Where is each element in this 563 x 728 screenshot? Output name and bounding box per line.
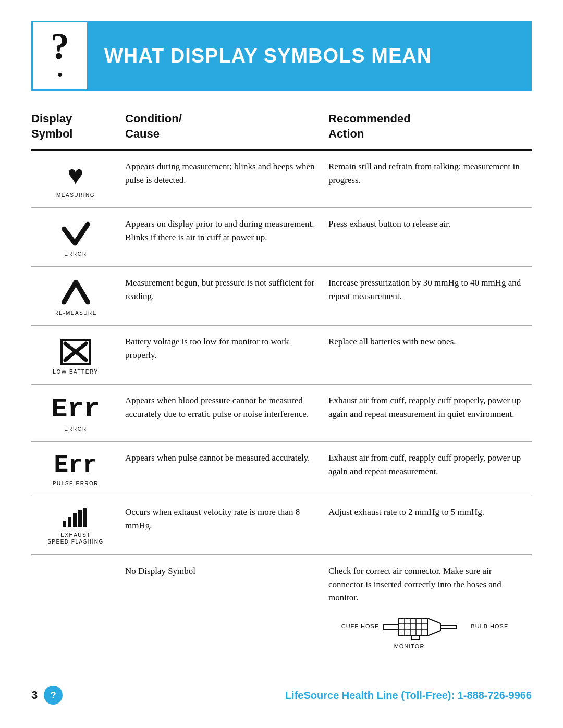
battery-icon (59, 337, 92, 366)
condition-exhaust: Occurs when exhaust velocity rate is mor… (125, 505, 328, 532)
svg-rect-15 (440, 625, 456, 628)
col-header-condition: Condition/ Cause (125, 112, 328, 141)
peak-icon (62, 278, 90, 307)
symbol-label-battery: LOW BATTERY (53, 369, 98, 375)
header-title-box: WHAT DISPLAY SYMBOLS MEAN (89, 21, 532, 91)
checkmark-icon (62, 219, 90, 248)
header-icon-box: ? • (31, 21, 89, 91)
footer-left: 3 ? (31, 686, 63, 705)
table-row: LOW BATTERY Battery voltage is too low f… (31, 326, 532, 385)
heart-icon: ♥ (68, 162, 84, 189)
svg-rect-3 (68, 517, 71, 527)
action-exhaust: Adjust exhaust rate to 2 mmHg to 5 mmHg. (328, 505, 532, 519)
symbol-label-remeasure: RE-MEASURE (54, 310, 97, 316)
svg-rect-4 (73, 513, 77, 527)
symbol-label-err1: ERROR (64, 426, 87, 432)
action-error1: Press exhaust button to release air. (328, 217, 532, 231)
svg-rect-16 (412, 636, 419, 640)
svg-rect-7 (383, 624, 399, 630)
condition-remeasure: Measurement begun, but pressure is not s… (125, 276, 328, 303)
table-row-no-symbol: No Display Symbol Check for correct air … (31, 555, 532, 660)
exhaust-icon (62, 508, 90, 528)
symbol-label-measuring: MEASURING (56, 192, 95, 198)
condition-error1: Appears on display prior to and during m… (125, 217, 328, 244)
action-measuring: Remain still and refrain from talking; m… (328, 160, 532, 187)
symbol-cell-measuring: ♥ MEASURING (31, 160, 125, 198)
bulb-hose-label: BULB HOSE (471, 622, 508, 631)
symbol-cell-err1: Err ERROR (31, 394, 125, 432)
action-err1: Exhaust air from cuff, reapply cuff prop… (328, 394, 532, 421)
condition-err2: Appears when pulse cannot be measured ac… (125, 451, 328, 465)
cuff-hose-label: CUFF HOSE (341, 622, 380, 631)
footer-phone-text: LifeSource Health Line (Toll-Free): 1-88… (285, 689, 532, 701)
symbol-cell-error: ERROR (31, 217, 125, 257)
symbol-cell-remeasure: RE-MEASURE (31, 276, 125, 316)
table-row: Err ERROR Appears when blood pressure ca… (31, 385, 532, 442)
table-row: RE-MEASURE Measurement begun, but pressu… (31, 267, 532, 326)
svg-rect-2 (63, 521, 66, 527)
page-footer: 3 ? LifeSource Health Line (Toll-Free): … (31, 681, 532, 705)
battery-x-svg (63, 341, 89, 363)
page-number: 3 (31, 688, 38, 702)
table-row: ERROR Appears on display prior to and du… (31, 208, 532, 267)
table-row: ♥ MEASURING Appears during measurement; … (31, 151, 532, 208)
action-remeasure: Increase pressurization by 30 mmHg to 40… (328, 276, 532, 303)
svg-rect-8 (399, 618, 427, 636)
battery-outer (60, 339, 91, 365)
symbol-cell-err2: Err PULSE ERROR (31, 451, 125, 486)
symbol-cell-battery: LOW BATTERY (31, 335, 125, 375)
symbol-cell-exhaust: EXHAUST SPEED FLASHING (31, 505, 125, 545)
action-no-symbol: Check for correct air connector. Make su… (328, 564, 532, 650)
column-headers: Display Symbol Condition/ Cause Recommen… (31, 106, 532, 151)
symbol-label-exhaust-line1: EXHAUST SPEED FLASHING (47, 532, 104, 545)
err-medium-icon: Err (54, 453, 97, 477)
hose-diagram: CUFF HOSE (328, 614, 521, 651)
condition-battery: Battery voltage is too low for monitor t… (125, 335, 328, 362)
symbol-cell-none (31, 564, 125, 566)
condition-no-symbol: No Display Symbol (125, 564, 328, 578)
table-row: EXHAUST SPEED FLASHING Occurs when exhau… (31, 496, 532, 555)
table-row: Err PULSE ERROR Appears when pulse canno… (31, 442, 532, 496)
exhaust-bars-svg (62, 508, 90, 528)
symbol-label-error1: ERROR (64, 251, 87, 257)
err-large-icon: Err (51, 396, 100, 423)
symbol-label-err2: PULSE ERROR (53, 480, 99, 486)
svg-rect-5 (78, 510, 82, 527)
svg-rect-6 (83, 508, 87, 527)
monitor-label: MONITOR (394, 642, 425, 651)
col-header-action: Recommended Action (328, 112, 532, 141)
action-err2: Exhaust air from cuff, reapply cuff prop… (328, 451, 532, 478)
header-dot-icon: • (57, 66, 63, 84)
header-question-mark-icon: ? (51, 28, 69, 65)
hose-connector-svg (383, 614, 467, 640)
page-title: WHAT DISPLAY SYMBOLS MEAN (104, 45, 432, 67)
page-header: ? • WHAT DISPLAY SYMBOLS MEAN (31, 21, 532, 91)
col-header-symbol: Display Symbol (31, 112, 125, 141)
action-battery: Replace all batteries with new ones. (328, 335, 532, 349)
condition-measuring: Appears during measurement; blinks and b… (125, 160, 328, 187)
condition-err1: Appears when blood pressure cannot be me… (125, 394, 328, 421)
footer-question-mark-icon: ? (44, 686, 63, 705)
